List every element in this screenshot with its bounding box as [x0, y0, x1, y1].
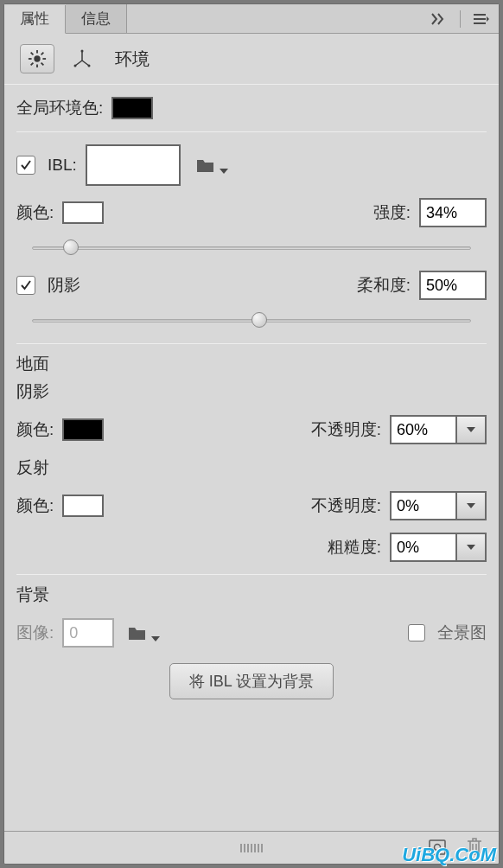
collapse-icon[interactable] — [430, 10, 448, 28]
tab-info[interactable]: 信息 — [66, 4, 127, 33]
svg-line-8 — [31, 53, 34, 55]
ground-opacity-dropdown[interactable] — [457, 415, 487, 444]
panel-title: 环境 — [115, 48, 150, 71]
ground-shadow-title: 阴影 — [16, 380, 487, 403]
tab-label: 属性 — [20, 9, 49, 29]
tab-label: 信息 — [81, 9, 111, 29]
intensity-label: 强度: — [373, 201, 411, 224]
ground-title: 地面 — [16, 353, 487, 375]
svg-rect-1 — [474, 18, 486, 20]
set-ibl-background-button[interactable]: 将 IBL 设置为背景 — [169, 663, 334, 699]
ground-opacity-input[interactable] — [390, 415, 457, 444]
panorama-label: 全景图 — [437, 622, 487, 644]
box-icon[interactable] — [428, 837, 447, 859]
roughness-input[interactable] — [390, 533, 457, 562]
svg-point-3 — [34, 55, 40, 61]
folder-icon[interactable] — [196, 156, 228, 174]
svg-point-14 — [88, 65, 91, 67]
axis-icon[interactable] — [65, 44, 99, 73]
svg-line-11 — [41, 53, 44, 55]
ibl-image-swatch[interactable] — [86, 144, 181, 186]
color-label: 颜色: — [16, 201, 54, 224]
ibl-label: IBL: — [48, 156, 77, 175]
image-input — [62, 618, 114, 648]
light-button[interactable] — [20, 44, 54, 73]
global-ambient-swatch[interactable] — [111, 97, 153, 119]
roughness-dropdown[interactable] — [457, 533, 487, 562]
softness-slider[interactable] — [32, 312, 471, 328]
ibl-checkbox[interactable] — [16, 156, 35, 175]
grip-icon — [240, 844, 263, 852]
ground-color-label: 颜色: — [16, 418, 54, 441]
intensity-slider[interactable] — [32, 239, 471, 255]
refl-opacity-input[interactable] — [390, 491, 457, 520]
menu-icon[interactable] — [473, 10, 490, 28]
bg-folder-icon[interactable] — [128, 624, 160, 641]
header-row: 环境 — [4, 34, 499, 84]
reflection-swatch[interactable] — [62, 495, 104, 517]
svg-line-10 — [31, 63, 34, 66]
refl-color-label: 颜色: — [16, 495, 54, 517]
refl-opacity-dropdown[interactable] — [457, 491, 487, 520]
resize-grip-icon[interactable] — [485, 850, 497, 862]
svg-point-13 — [74, 65, 77, 67]
panorama-checkbox[interactable] — [408, 624, 425, 641]
button-label: 将 IBL 设置为背景 — [189, 673, 314, 690]
softness-label: 柔和度: — [357, 274, 411, 297]
softness-input[interactable] — [419, 271, 487, 300]
image-label: 图像: — [16, 622, 54, 644]
ibl-color-swatch[interactable] — [62, 201, 104, 224]
svg-rect-15 — [430, 840, 445, 854]
tab-properties[interactable]: 属性 — [4, 5, 66, 34]
intensity-input[interactable] — [419, 198, 487, 227]
panel-tabs: 属性 信息 — [4, 4, 499, 34]
refl-opacity-label: 不透明度: — [311, 495, 381, 517]
bottom-bar — [4, 831, 499, 864]
shadow-checkbox[interactable] — [16, 276, 35, 295]
svg-rect-0 — [474, 14, 486, 16]
svg-rect-2 — [474, 22, 486, 24]
svg-point-16 — [435, 844, 441, 850]
background-title: 背景 — [16, 584, 487, 606]
ground-shadow-swatch[interactable] — [62, 418, 104, 441]
reflection-title: 反射 — [16, 456, 487, 479]
svg-line-9 — [41, 63, 44, 66]
roughness-label: 粗糙度: — [328, 536, 381, 558]
ground-opacity-label: 不透明度: — [311, 418, 381, 441]
trash-icon[interactable] — [466, 837, 483, 859]
svg-point-12 — [81, 50, 84, 53]
global-ambient-label: 全局环境色: — [16, 97, 103, 119]
shadow-label: 阴影 — [48, 274, 80, 297]
